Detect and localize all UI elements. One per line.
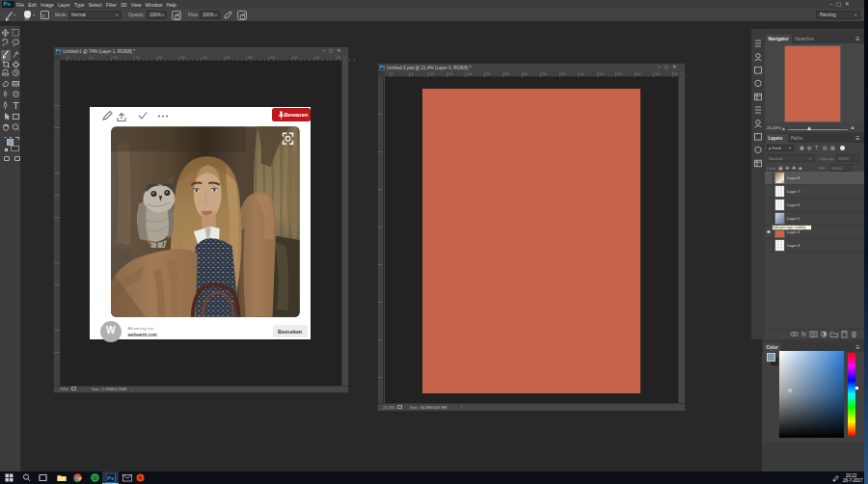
svg-text:fx: fx [801, 331, 807, 337]
svg-text:Ps: Ps [107, 475, 114, 481]
